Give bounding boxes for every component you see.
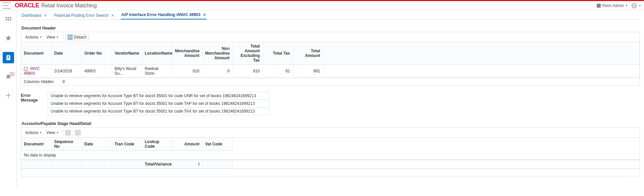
table-header-row: Document Date Order No VendorName Locati… <box>21 42 640 65</box>
cell-total-amount: 891 <box>293 65 323 78</box>
document-header-footer: Columns Hidden 8 <box>21 78 640 85</box>
col-spacer <box>232 138 640 151</box>
toolbar-separator <box>63 129 63 136</box>
col-total-tax[interactable]: Total Tax <box>263 42 293 65</box>
cell-vendor: Billy's Wood Su... <box>112 65 142 78</box>
view-menu[interactable]: View▼ <box>44 130 61 135</box>
side-rail: 6 <box>0 10 17 187</box>
menu-toggle-icon[interactable] <box>3 3 11 9</box>
error-item: Unable to retrieve segments for Account … <box>48 92 269 100</box>
col-location-name[interactable]: LocationName <box>142 42 172 65</box>
cell-merch-amount: 810 <box>172 65 202 78</box>
tasks-icon[interactable] <box>3 52 14 63</box>
caret-down-icon: ▼ <box>638 4 641 7</box>
col-date[interactable]: Date <box>82 138 112 151</box>
col-lookup-code[interactable]: Lookup Code <box>142 138 172 151</box>
col-spacer <box>323 42 640 65</box>
col-total-excl-tax[interactable]: Total Amount Excluding Tax <box>232 42 263 65</box>
stage-footer <box>21 169 640 177</box>
app-title: Retail Invoice Matching <box>41 3 97 9</box>
col-amount[interactable]: Amount <box>172 138 202 151</box>
stage-panel: Actions▼ View▼ Document Seque <box>21 127 640 177</box>
close-icon[interactable]: × <box>203 12 206 17</box>
actions-menu[interactable]: Actions▼ <box>23 35 44 40</box>
cell-nonmerch-amount: 0 <box>202 65 232 78</box>
document-header-panel: Actions▼ View▼ Detach <box>21 32 640 86</box>
caret-down-icon: ▼ <box>625 4 628 7</box>
global-header: ORACLE Retail Invoice Matching Reim Admi… <box>0 1 644 10</box>
cell-total-excl-tax: 810 <box>232 65 263 78</box>
add-icon[interactable] <box>4 91 12 100</box>
total-variance-amount: / <box>172 160 202 169</box>
content-area: Dashboard × Financial Posting Error Sear… <box>17 10 644 187</box>
cell-order-no: 49903 <box>82 65 112 78</box>
error-message-list: Unable to retrieve segments for Account … <box>48 92 269 115</box>
total-tax-link[interactable]: 81 <box>285 69 290 73</box>
error-message-label: Error Message <box>21 92 48 103</box>
columns-hidden-label: Columns Hidden <box>24 79 54 84</box>
col-date[interactable]: Date <box>51 42 82 65</box>
detach-button[interactable]: Detach <box>65 34 89 40</box>
oracle-logo: ORACLE <box>15 2 39 9</box>
caret-down-icon: ▼ <box>39 36 42 39</box>
view-menu[interactable]: View▼ <box>44 35 61 40</box>
refresh-icon[interactable] <box>75 130 80 135</box>
apps-icon[interactable] <box>4 16 12 24</box>
cell-date: 2/14/2016 <box>51 65 82 78</box>
section-title-stage: Accounts/Payable Stage Head/Detail <box>21 121 640 126</box>
stage-total-table: Total/Variance / <box>21 160 640 169</box>
cell-total-tax: 81 <box>263 65 293 78</box>
col-sequence-no[interactable]: Sequence No <box>51 138 82 151</box>
svg-rect-4 <box>7 19 9 20</box>
tab-ap-interface-error[interactable]: A/P Interface Error Handling #INVC 49903… <box>121 11 207 19</box>
document-icon <box>24 67 28 71</box>
error-item: Unable to retrieve segments for Account … <box>48 100 269 108</box>
col-vat-code[interactable]: Vat Code <box>202 138 232 151</box>
document-header-toolbar: Actions▼ View▼ Detach <box>21 32 640 42</box>
col-document[interactable]: Document <box>21 138 51 151</box>
caret-down-icon: ▼ <box>39 131 42 134</box>
help-icon[interactable]: ? <box>631 3 637 9</box>
stage-table: Document Sequence No Date Tran Code Look… <box>21 138 640 151</box>
close-icon[interactable]: × <box>44 13 47 18</box>
col-total-amount[interactable]: Total Amount <box>293 42 323 65</box>
tab-label: A/P Interface Error Handling #INVC 49903 <box>121 12 201 17</box>
svg-rect-5 <box>10 19 11 20</box>
document-header-table: Document Date Order No VendorName Locati… <box>21 42 640 78</box>
notifications-icon[interactable]: 6 <box>4 73 12 81</box>
col-tran-code[interactable]: Tran Code <box>112 138 142 151</box>
col-document[interactable]: Document <box>21 42 51 65</box>
caret-down-icon: ▼ <box>56 131 59 134</box>
tab-label: Dashboard <box>21 13 41 18</box>
tab-dashboard[interactable]: Dashboard × <box>21 11 47 19</box>
user-icon <box>597 4 601 8</box>
col-merchandise-amount[interactable]: Merchandise Amount <box>172 42 202 65</box>
columns-hidden-count: 8 <box>62 79 65 84</box>
svg-rect-0 <box>5 17 7 18</box>
col-order-no[interactable]: Order No <box>82 42 112 65</box>
col-vendor-name[interactable]: VendorName <box>112 42 142 65</box>
total-variance-label: Total/Variance <box>142 160 172 169</box>
table-header-row: Document Sequence No Date Tran Code Look… <box>21 138 640 151</box>
close-icon[interactable]: × <box>111 13 114 18</box>
table-row[interactable]: INVC 49903 2/14/2016 49903 Billy's Wood … <box>21 65 640 78</box>
star-icon[interactable] <box>4 34 12 42</box>
stage-toolbar: Actions▼ View▼ <box>21 128 640 138</box>
section-title-document-header: Document Header <box>21 26 640 30</box>
svg-rect-1 <box>7 17 9 18</box>
cell-document: INVC 49903 <box>21 65 51 78</box>
toolbar-separator <box>63 34 63 41</box>
total-variance-row: Total/Variance / <box>21 160 640 169</box>
toolbar-separator <box>73 129 73 136</box>
export-icon[interactable] <box>65 130 71 135</box>
svg-rect-3 <box>5 19 7 20</box>
actions-menu[interactable]: Actions▼ <box>23 130 44 135</box>
cell-location: Reebok Store <box>142 65 172 78</box>
col-non-merchandise-amount[interactable]: Non Merchandise Amount <box>202 42 232 65</box>
cell-spacer <box>323 65 640 78</box>
tab-label: Financial Posting Error Search <box>54 13 109 18</box>
tab-financial-posting-error-search[interactable]: Financial Posting Error Search × <box>53 11 115 19</box>
page-tabs: Dashboard × Financial Posting Error Sear… <box>21 10 640 20</box>
user-menu[interactable]: Reim Admin ▼ <box>597 3 628 8</box>
caret-down-icon: ▼ <box>56 36 59 39</box>
